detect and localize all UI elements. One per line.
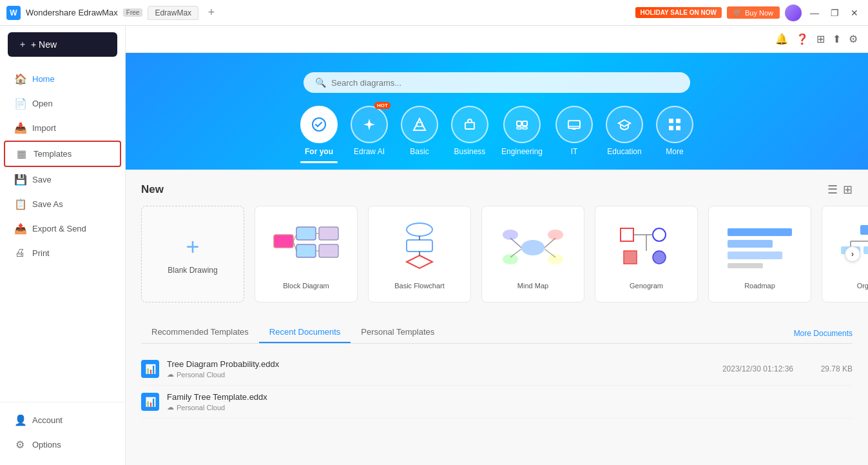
sidebar-item-save[interactable]: 💾 Save [4,168,121,192]
doc-name-0[interactable]: Tree Diagram Probability.eddx [167,359,695,369]
svg-rect-45 [728,240,773,248]
sidebar-item-import[interactable]: 📥 Import [4,116,121,140]
sidebar-item-home[interactable]: 🏠 Home [4,67,121,91]
doc-date-0: 2023/12/30 01:12:36 [703,364,793,373]
cat-basic[interactable]: Basic [401,106,438,170]
sidebar-item-print[interactable]: 🖨 Print [4,241,121,264]
share-icon[interactable]: ⬆ [833,33,841,45]
cat-business-circle [451,106,488,143]
close-button[interactable]: ✕ [847,8,862,18]
cart-icon: 🛒 [733,8,742,17]
cat-more-label: More [666,147,683,156]
tab-item[interactable]: EdrawMax [148,6,198,20]
carousel-next-button[interactable]: › [845,246,860,262]
search-bar[interactable]: 🔍 [304,72,690,93]
cat-business[interactable]: Business [451,106,488,170]
svg-point-33 [548,254,563,264]
genogram-thumb [608,219,685,277]
svg-point-39 [653,228,666,241]
sidebar-item-account[interactable]: 👤 Account [4,408,121,432]
cloud-icon-1: ☁ [167,403,174,411]
grid-view-icon[interactable]: ☰ [827,183,838,197]
tab-add-button[interactable]: + [204,5,219,21]
sidebar-label-save: Save [32,175,52,184]
tab-recent[interactable]: Recent Documents [259,322,351,343]
flowchart-card[interactable]: Basic Flowchart [368,206,471,302]
svg-rect-6 [517,127,521,129]
buy-now-button[interactable]: 🛒 Buy Now [727,6,780,19]
cat-engineering-circle [503,106,541,143]
tab-personal[interactable]: Personal Templates [351,322,445,343]
cat-engineering[interactable]: Engineering [501,106,543,170]
bottom-tabs-bar: Recommended Templates Recent Documents P… [141,322,853,344]
svg-rect-14 [676,126,680,130]
export-icon: 📤 [14,223,26,235]
holiday-sale-button[interactable]: HOLIDAY SALE ON NOW [635,7,722,18]
cat-it[interactable]: IT [555,106,593,170]
minimize-button[interactable]: — [807,8,822,18]
sidebar-item-options[interactable]: ⚙ Options [4,433,121,457]
community-icon[interactable]: ⊞ [816,33,825,45]
sidebar-item-open[interactable]: 📄 Open [4,92,121,115]
list-view-icon[interactable]: ⊞ [843,183,853,197]
print-icon: 🖨 [14,247,26,259]
sidebar-nav: 🏠 Home 📄 Open 📥 Import ▦ Templates 💾 Sav… [0,63,125,402]
cat-more[interactable]: More [656,106,693,170]
blank-drawing-card[interactable]: + Blank Drawing [141,206,244,302]
doc-icon-0: 📊 [141,360,159,378]
svg-point-43 [653,251,666,264]
open-icon: 📄 [14,97,26,110]
svg-marker-26 [407,255,432,268]
svg-rect-42 [624,251,637,264]
block-diagram-card[interactable]: Block Diagram [255,206,358,302]
cat-edrawai-circle [351,106,388,143]
tab-recommended[interactable]: Recommended Templates [141,322,259,343]
roadmap-card[interactable]: Roadmap [708,206,811,302]
help-icon[interactable]: ❓ [796,33,809,45]
sidebar-item-templates[interactable]: ▦ Templates [4,141,121,167]
sidebar-label-templates: Templates [34,149,72,159]
svg-rect-47 [728,263,763,268]
cat-foryou[interactable]: For you [300,106,338,170]
templates-icon: ▦ [15,148,27,160]
category-tabs: For you HOT Edraw AI [151,106,842,170]
cat-foryou-label: For you [305,147,333,156]
user-avatar[interactable] [785,5,802,21]
sidebar-item-saveas[interactable]: 📋 Save As [4,192,121,216]
new-button[interactable]: ＋ + New [8,32,117,57]
cat-education-circle [606,106,643,143]
cat-it-label: IT [571,147,578,156]
mindmap-card[interactable]: Mind Map [481,206,584,302]
doc-info-0: Tree Diagram Probability.eddx ☁ Personal… [167,359,695,379]
svg-rect-19 [319,244,338,257]
svg-rect-7 [523,127,527,129]
section-controls: ☰ ⊞ [827,183,853,197]
search-input[interactable] [331,78,679,88]
doc-sub-0: ☁ Personal Cloud [167,370,695,379]
restore-button[interactable]: ❐ [827,8,842,18]
document-list: 📊 Tree Diagram Probability.eddx ☁ Person… [141,353,853,419]
doc-row-0: 📊 Tree Diagram Probability.eddx ☁ Person… [141,353,853,386]
cat-engineering-label: Engineering [501,147,543,156]
sidebar-label-print: Print [32,248,50,258]
more-documents-link[interactable]: More Documents [794,329,853,343]
cat-edrawai[interactable]: HOT Edraw AI [351,106,388,170]
svg-point-32 [503,254,518,264]
sidebar-item-export[interactable]: 📤 Export & Send [4,217,121,241]
svg-rect-18 [319,227,338,240]
block-diagram-thumb [267,219,345,277]
new-section-title: New [141,183,164,196]
saveas-icon: 📋 [14,198,26,210]
cat-education[interactable]: Education [606,106,643,170]
svg-rect-8 [568,121,580,128]
svg-line-35 [545,238,555,248]
svg-point-24 [407,223,432,236]
bell-icon[interactable]: 🔔 [775,33,788,45]
sidebar-label-export: Export & Send [32,224,86,233]
options-icon: ⚙ [14,439,26,451]
genogram-card[interactable]: Genogram [595,206,698,302]
doc-icon-1: 📊 [141,393,159,411]
doc-name-1[interactable]: Family Tree Template.eddx [167,392,695,402]
import-icon: 📥 [14,122,26,134]
settings-icon[interactable]: ⚙ [849,33,858,45]
